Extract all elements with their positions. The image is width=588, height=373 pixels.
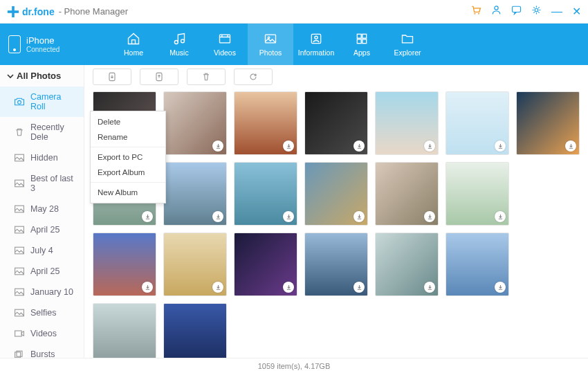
photo-thumbnail[interactable] xyxy=(375,91,439,155)
sidebar-item-january-10[interactable]: January 10 xyxy=(0,282,84,302)
tab-music[interactable]: Music xyxy=(156,24,202,65)
svg-rect-15 xyxy=(362,34,367,38)
sidebar-item-camera-roll[interactable]: Camera Roll xyxy=(0,87,84,117)
video-icon xyxy=(14,329,25,338)
download-badge-icon xyxy=(142,211,153,222)
svg-point-3 xyxy=(478,12,479,14)
context-menu-export-album[interactable]: Export Album xyxy=(91,165,165,180)
photo-thumbnail[interactable] xyxy=(234,233,297,296)
device-status: Connected xyxy=(26,46,59,53)
download-badge-icon xyxy=(424,140,435,152)
toolbar xyxy=(84,65,588,89)
svg-point-6 xyxy=(535,8,538,12)
close-button[interactable]: ✕ xyxy=(572,5,581,18)
device-name: iPhone xyxy=(26,35,59,46)
tab-photos[interactable]: Photos xyxy=(248,24,293,65)
sidebar-item-recently-deleted[interactable]: Recently Dele xyxy=(0,117,84,147)
download-badge-icon xyxy=(283,282,294,293)
photo-thumbnail[interactable] xyxy=(445,91,509,155)
content-panel xyxy=(84,65,588,358)
image-icon xyxy=(14,225,25,235)
svg-rect-1 xyxy=(8,10,19,13)
user-icon[interactable] xyxy=(491,5,502,18)
download-badge-icon xyxy=(495,140,506,152)
refresh-button[interactable] xyxy=(234,69,273,85)
camera-icon xyxy=(14,97,25,107)
download-badge-icon xyxy=(495,282,506,293)
image-icon xyxy=(14,287,25,297)
photo-thumbnail[interactable] xyxy=(234,91,297,155)
photo-thumbnail[interactable] xyxy=(163,162,227,226)
svg-rect-9 xyxy=(220,35,230,43)
tab-explorer[interactable]: Explorer xyxy=(385,24,430,65)
svg-rect-17 xyxy=(362,39,367,44)
svg-point-13 xyxy=(315,36,318,39)
sidebar-item-april-25-b[interactable]: April 25 xyxy=(0,261,84,282)
tab-information[interactable]: Information xyxy=(293,24,339,65)
delete-button[interactable] xyxy=(187,69,226,85)
cart-icon[interactable] xyxy=(470,5,481,19)
download-badge-icon xyxy=(212,140,223,152)
sidebar: All Photos Camera Roll Recently Dele Hid… xyxy=(0,65,84,358)
sidebar-item-hidden[interactable]: Hidden xyxy=(0,147,84,168)
photo-thumbnail[interactable] xyxy=(445,233,509,296)
context-menu-separator xyxy=(91,147,165,147)
main-area: All Photos Camera Roll Recently Dele Hid… xyxy=(0,65,588,358)
photo-thumbnail[interactable] xyxy=(163,303,227,358)
photo-thumbnail[interactable] xyxy=(304,233,368,296)
photo-thumbnail[interactable] xyxy=(375,162,439,226)
feedback-icon[interactable] xyxy=(511,5,522,18)
svg-rect-16 xyxy=(357,39,361,44)
download-badge-icon xyxy=(495,211,506,222)
photo-thumbnail[interactable] xyxy=(234,162,297,226)
svg-point-4 xyxy=(495,6,498,10)
sidebar-item-bursts[interactable]: Bursts xyxy=(0,344,84,358)
photo-thumbnail[interactable] xyxy=(93,233,156,296)
context-menu-separator xyxy=(91,182,165,183)
download-badge-icon xyxy=(353,211,365,222)
svg-point-8 xyxy=(181,39,185,43)
sidebar-item-selfies[interactable]: Selfies xyxy=(0,302,84,323)
photo-thumbnail[interactable] xyxy=(163,91,227,155)
download-badge-icon xyxy=(424,282,435,293)
sidebar-heading[interactable]: All Photos xyxy=(0,65,84,87)
tab-apps[interactable]: Apps xyxy=(339,24,385,65)
photo-thumbnail[interactable] xyxy=(93,303,156,358)
photo-thumbnail[interactable] xyxy=(445,162,509,226)
photo-thumbnail[interactable] xyxy=(516,91,580,155)
image-icon xyxy=(14,153,25,163)
sidebar-item-may-28[interactable]: May 28 xyxy=(0,199,84,219)
device-panel[interactable]: iPhone Connected xyxy=(0,24,111,65)
export-button[interactable] xyxy=(140,69,178,85)
download-badge-icon xyxy=(212,282,223,293)
sidebar-item-best-last-30[interactable]: Best of last 3 xyxy=(0,168,84,199)
statusbar: 1059 item(s), 4.17GB xyxy=(0,358,588,373)
photo-thumbnail[interactable] xyxy=(304,162,368,226)
svg-rect-27 xyxy=(15,331,22,336)
gear-icon[interactable] xyxy=(531,5,542,18)
context-menu-new-album[interactable]: New Album xyxy=(91,185,165,200)
main-tabs: Home Music Videos Photos Information App… xyxy=(111,24,588,65)
sidebar-item-july-4[interactable]: July 4 xyxy=(0,240,84,261)
svg-rect-14 xyxy=(357,34,361,38)
sidebar-item-videos[interactable]: Videos xyxy=(0,323,84,344)
app-logo: dr.fone xyxy=(7,6,55,18)
context-menu-rename[interactable]: Rename xyxy=(91,129,165,145)
download-badge-icon xyxy=(565,140,576,152)
minimize-button[interactable]: — xyxy=(551,6,562,18)
titlebar: dr.fone - Phone Manager — ✕ xyxy=(0,0,588,24)
context-menu-export-pc[interactable]: Export to PC xyxy=(91,149,165,165)
import-button[interactable] xyxy=(93,69,131,85)
context-menu: Delete Rename Export to PC Export Album … xyxy=(90,111,166,203)
context-menu-delete[interactable]: Delete xyxy=(91,114,165,129)
photo-thumbnail[interactable] xyxy=(375,233,439,296)
sidebar-item-april-25[interactable]: April 25 xyxy=(0,219,84,240)
svg-point-18 xyxy=(18,100,21,104)
tab-home[interactable]: Home xyxy=(111,24,156,65)
titlebar-actions: — ✕ xyxy=(470,5,581,19)
tab-videos[interactable]: Videos xyxy=(202,24,248,65)
photo-thumbnail[interactable] xyxy=(163,233,227,296)
photo-thumbnail[interactable] xyxy=(304,91,368,155)
chevron-down-icon xyxy=(7,73,14,80)
download-badge-icon xyxy=(142,282,153,293)
